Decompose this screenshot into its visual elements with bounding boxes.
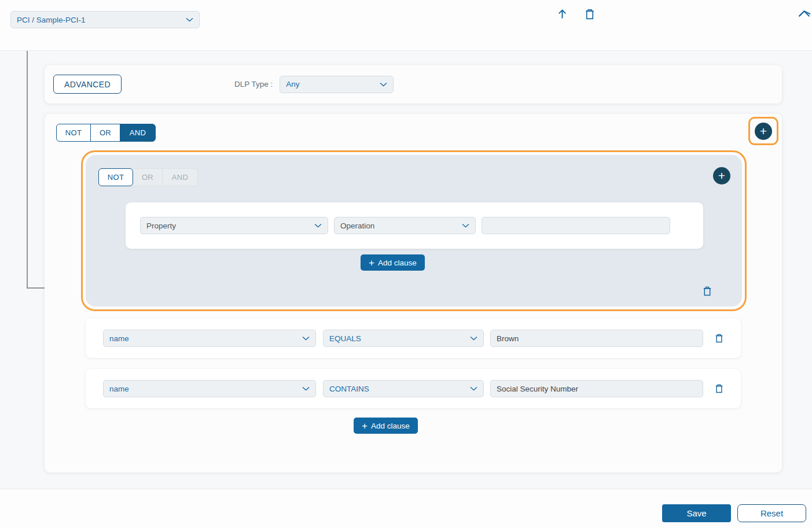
rule-builder-card: NOT OR AND + NOT OR AND + (45, 114, 782, 472)
clause-value-input[interactable] (490, 380, 703, 397)
clause-row: name CONTAINS (86, 369, 741, 408)
operation-select-value: EQUALS (329, 334, 361, 343)
nested-group-panel: NOT OR AND + Property (86, 155, 742, 307)
delete-clause-button[interactable] (715, 383, 723, 395)
chevron-down-icon (380, 82, 387, 87)
chevron-down-icon (302, 386, 310, 391)
policy-select[interactable]: PCI / Sample-PCI-1 (10, 11, 200, 28)
add-group-button[interactable]: + (755, 123, 772, 140)
dlp-type-field: DLP Type : Any (234, 75, 394, 94)
chevron-down-icon (462, 223, 469, 228)
logic-not-button[interactable]: NOT (98, 168, 133, 186)
chevron-down-icon (314, 223, 322, 228)
logic-or-button[interactable]: OR (90, 124, 120, 142)
policy-select-value: PCI / Sample-PCI-1 (17, 16, 86, 24)
trash-icon (715, 383, 723, 395)
trash-icon (715, 333, 723, 345)
clause-value-input[interactable] (490, 330, 703, 347)
clause-value-input[interactable] (482, 217, 670, 234)
add-group-highlight: + (748, 117, 778, 145)
nested-rule-group: NOT OR AND + Property (81, 150, 747, 311)
logic-and-button: AND (162, 168, 198, 186)
dlp-type-label: DLP Type : (234, 80, 273, 88)
chevron-down-icon (302, 336, 310, 341)
chevron-up-icon (798, 10, 810, 19)
add-clause-button[interactable]: + Add clause (354, 418, 418, 434)
plus-icon: + (718, 168, 725, 183)
advanced-button[interactable]: ADVANCED (53, 75, 122, 94)
logic-not-button[interactable]: NOT (56, 124, 91, 142)
plus-icon: + (362, 421, 368, 431)
dlp-type-select[interactable]: Any (280, 76, 394, 93)
move-up-button[interactable] (556, 8, 568, 22)
delete-clause-button[interactable] (715, 333, 723, 345)
delete-rule-button[interactable] (585, 8, 595, 21)
reset-button[interactable]: Reset (737, 504, 806, 522)
trash-icon (585, 8, 595, 21)
clause-row: name EQUALS (86, 319, 741, 358)
property-select[interactable]: name (103, 330, 316, 347)
property-select[interactable]: Property (140, 217, 328, 234)
advanced-card: ADVANCED DLP Type : Any (45, 65, 782, 104)
clause-editor-card: Property Operation (126, 202, 703, 249)
logic-and-button[interactable]: AND (120, 124, 156, 142)
nested-logic-toggle: NOT OR AND (98, 168, 198, 186)
chevron-down-icon (186, 17, 193, 22)
add-nested-group-button[interactable]: + (713, 167, 730, 184)
plus-icon: + (760, 124, 767, 139)
operation-select-placeholder: Operation (340, 221, 374, 230)
logic-or-button: OR (133, 168, 163, 186)
tree-connector-outer-horizontal (27, 287, 45, 289)
property-select[interactable]: name (103, 380, 316, 397)
property-select-value: name (109, 334, 129, 343)
tree-connector-outer-vertical (27, 51, 28, 289)
property-select-placeholder: Property (146, 221, 176, 230)
nested-add-wrapper: + (713, 167, 730, 184)
operation-select[interactable]: Operation (334, 217, 476, 234)
trash-icon (703, 286, 712, 298)
plus-icon: + (369, 258, 374, 268)
bottom-add-clause-wrapper: + Add clause (354, 418, 418, 434)
footer: Save Reset (0, 489, 812, 528)
add-clause-button[interactable]: + Add clause (361, 254, 425, 271)
chevron-down-icon (470, 336, 477, 341)
operation-select[interactable]: CONTAINS (323, 380, 484, 397)
add-clause-label: Add clause (371, 422, 410, 430)
property-select-value: name (109, 385, 129, 393)
chevron-down-icon (470, 386, 477, 391)
nested-add-clause-wrapper: + Add clause (361, 254, 425, 271)
header: PCI / Sample-PCI-1 (0, 0, 812, 51)
operation-select[interactable]: EQUALS (323, 330, 484, 347)
save-button[interactable]: Save (662, 504, 731, 522)
collapse-button[interactable] (798, 10, 810, 19)
outer-logic-toggle: NOT OR AND (56, 124, 156, 142)
delete-group-button[interactable] (703, 286, 712, 298)
dlp-type-value: Any (286, 80, 299, 88)
arrow-up-icon (556, 8, 568, 22)
dlp-rule-editor-page: PCI / Sample-PCI-1 ADVANCED DLP Type : (0, 0, 812, 528)
operation-select-value: CONTAINS (329, 385, 369, 393)
add-clause-label: Add clause (378, 259, 417, 267)
